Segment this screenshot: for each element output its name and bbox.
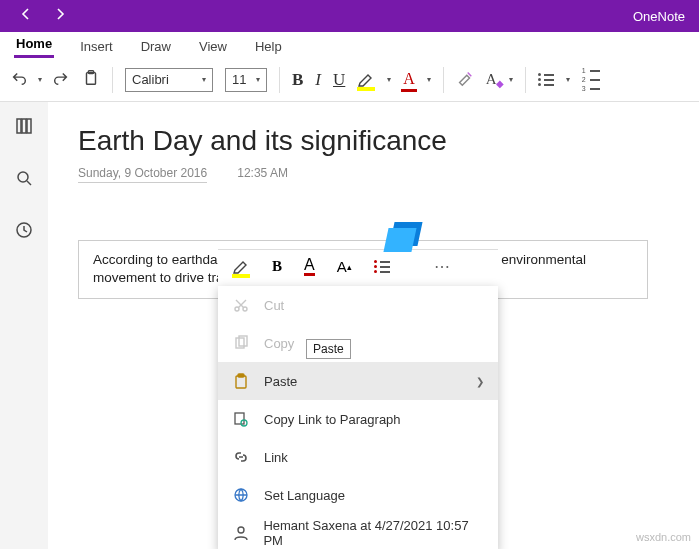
clipboard-icon[interactable] [82,69,100,90]
app-title: OneNote [633,9,699,24]
svg-rect-2 [17,119,21,133]
svg-rect-14 [235,413,244,424]
history-icon[interactable] [14,220,34,244]
highlight-button[interactable] [357,72,375,88]
tab-view[interactable]: View [197,35,229,58]
notebooks-icon[interactable] [14,116,34,140]
search-icon[interactable] [14,168,34,192]
menu-set-language[interactable]: Set Language [218,476,498,514]
menu-author[interactable]: Hemant Saxena at 4/27/2021 10:57 PM [218,514,498,549]
menu-copy-label: Copy [264,336,294,351]
back-arrow-icon[interactable] [18,6,34,26]
ribbon: ▾ Calibri▾ 11▾ B I U ▾ A ▾ A◆ ▾ ▾ 123 [0,58,699,102]
undo-dropdown-icon[interactable]: ▾ [38,75,42,84]
font-size-select[interactable]: 11▾ [225,68,267,92]
numbered-list-icon[interactable]: 123 [582,67,600,92]
menu-copy-link-label: Copy Link to Paragraph [264,412,401,427]
context-menu: Cut Copy Paste ❯ Copy Link to Paragraph … [218,286,498,549]
paste-tooltip: Paste [306,339,351,359]
undo-icon[interactable] [10,69,28,90]
mini-bullet-list-button[interactable] [374,260,390,273]
menu-copy-link[interactable]: Copy Link to Paragraph [218,400,498,438]
mini-more-button[interactable]: ⋯ [434,257,451,276]
divider [443,67,444,93]
note-text-1[interactable]: According to earthda [93,252,218,267]
menu-cut-label: Cut [264,298,284,313]
divider [112,67,113,93]
menu-link-label: Link [264,450,288,465]
tab-home[interactable]: Home [14,32,54,58]
page-date[interactable]: Sunday, 9 October 2016 [78,166,207,183]
copy-link-icon [232,410,250,428]
redo-icon[interactable] [52,69,70,90]
font-color-button[interactable]: A [403,70,415,90]
svg-point-17 [238,527,244,533]
tab-insert[interactable]: Insert [78,35,115,58]
menu-paste-label: Paste [264,374,297,389]
cut-icon [232,296,250,314]
underline-button[interactable]: U [333,70,345,90]
bold-button[interactable]: B [292,70,303,90]
person-icon [232,524,249,542]
sidebar [0,102,48,549]
svg-rect-0 [87,73,96,85]
page-time[interactable]: 12:35 AM [237,166,288,183]
mini-toolbar: B A A▴ ⋯ [218,249,498,283]
menu-author-label: Hemant Saxena at 4/27/2021 10:57 PM [263,518,484,548]
forward-arrow-icon[interactable] [52,6,68,26]
divider [279,67,280,93]
bullet-list-icon[interactable] [538,73,554,86]
styles-dropdown-icon[interactable]: ▾ [509,75,513,84]
menu-link[interactable]: Link [218,438,498,476]
ribbon-tabs: Home Insert Draw View Help [0,32,699,58]
svg-rect-3 [22,119,26,133]
mini-highlight-button[interactable] [232,259,250,275]
italic-button[interactable]: I [315,70,321,90]
link-icon [232,448,250,466]
styles-icon[interactable]: A◆ [486,71,497,88]
highlight-dropdown-icon[interactable]: ▾ [387,75,391,84]
windows-logo-icon [386,222,422,252]
font-name-select[interactable]: Calibri▾ [125,68,213,92]
svg-rect-4 [27,119,31,133]
language-icon [232,486,250,504]
clear-formatting-icon[interactable] [456,69,474,90]
mini-font-color-button[interactable]: A [304,257,315,276]
menu-cut: Cut [218,286,498,324]
mini-font-size-button[interactable]: A▴ [337,258,352,275]
menu-paste[interactable]: Paste ❯ [218,362,498,400]
copy-icon [232,334,250,352]
tab-draw[interactable]: Draw [139,35,173,58]
watermark: wsxdn.com [636,531,691,543]
bullet-dropdown-icon[interactable]: ▾ [566,75,570,84]
menu-copy: Copy [218,324,498,362]
paste-icon [232,372,250,390]
svg-point-5 [18,172,28,182]
svg-rect-12 [236,376,246,388]
svg-rect-13 [238,374,244,377]
divider [525,67,526,93]
page-title[interactable]: Earth Day and its significance [78,124,669,158]
tab-help[interactable]: Help [253,35,284,58]
font-color-dropdown-icon[interactable]: ▾ [427,75,431,84]
menu-set-language-label: Set Language [264,488,345,503]
mini-bold-button[interactable]: B [272,258,282,275]
title-bar: OneNote [0,0,699,32]
chevron-right-icon: ❯ [476,376,484,387]
page-meta: Sunday, 9 October 2016 12:35 AM [78,166,669,184]
